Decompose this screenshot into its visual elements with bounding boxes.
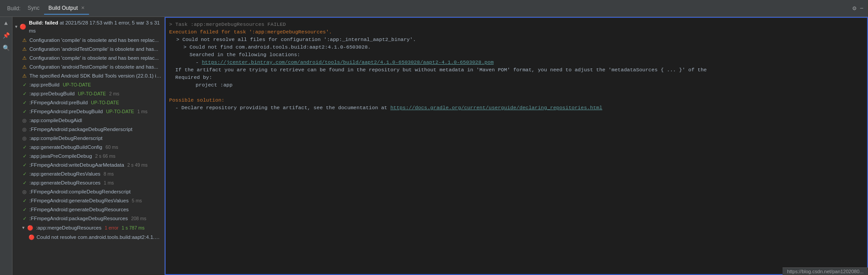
item-text: Configuration 'androidTestCompile' is ob… xyxy=(29,45,162,53)
item-text: :app:preBuild UP-TO-DATE xyxy=(29,81,162,89)
tab-sync[interactable]: Sync xyxy=(23,2,44,15)
list-item[interactable]: ✓ :FFmpegAndroid:generateDebugResources xyxy=(12,205,164,214)
item-text: :FFmpegAndroid:compileDebugRenderscript xyxy=(29,188,162,196)
list-item[interactable]: ✓ :app:preBuild UP-TO-DATE xyxy=(12,80,164,89)
output-line-possible: Possible solution: xyxy=(169,96,864,104)
status-url: https://blog.csdn.net/pan1202080... xyxy=(787,269,864,274)
sync-tab-label: Sync xyxy=(28,5,40,11)
item-text: :app:compileDebugRenderscript xyxy=(29,134,162,142)
item-text: :app:generateDebugBuildConfig 60 ms xyxy=(29,143,162,151)
tab-build-output[interactable]: Build Output ✕ xyxy=(44,2,89,15)
build-header-text: Build: failed at 2021/5/28 17:53 with 1 … xyxy=(29,19,162,35)
list-item[interactable]: 🔴 Could not resolve com.android.tools.bu… xyxy=(12,233,164,242)
list-item[interactable]: ◎ :FFmpegAndroid:compileDebugRenderscrip… xyxy=(12,187,164,196)
check-icon: ✓ xyxy=(21,153,28,159)
item-text: :FFmpegAndroid:preDebugBuild UP-TO-DATE … xyxy=(29,107,162,115)
list-item[interactable]: ⚠ The specified Android SDK Build Tools … xyxy=(12,71,164,80)
output-line: project :app xyxy=(169,81,864,89)
circle-icon: ◎ xyxy=(21,117,28,123)
list-item[interactable]: ✓ :FFmpegAndroid:preBuild UP-TO-DATE xyxy=(12,98,164,107)
warn-icon: ⚠ xyxy=(21,37,28,43)
check-icon: ✓ xyxy=(21,82,28,88)
gradle-docs-link[interactable]: https://docs.gradle.org/current/userguid… xyxy=(390,105,602,111)
item-text: Configuration 'androidTestCompile' is ob… xyxy=(29,63,162,71)
circle-icon: ◎ xyxy=(21,189,28,195)
item-text: :app:preDebugBuild UP-TO-DATE 2 ms xyxy=(29,90,162,98)
list-item[interactable]: ✓ :app:generateDebugResValues 8 ms xyxy=(12,169,164,178)
output-line: If the artifact you are trying to retrie… xyxy=(169,66,864,74)
item-text: :app:javaPreCompileDebug 2 s 66 ms xyxy=(29,152,162,160)
list-item[interactable]: ✓ :FFmpegAndroid:writeDebugAarMetadata 2… xyxy=(12,160,164,169)
circle-icon: ◎ xyxy=(21,126,28,132)
error-task-item[interactable]: ▼ 🔴 :app:mergeDebugResources 1 error 1 s… xyxy=(12,223,164,233)
output-line: Execution failed for task ':app:mergeDeb… xyxy=(169,28,864,36)
build-colon-label: Build: xyxy=(7,5,20,12)
list-item[interactable]: ✓ :FFmpegAndroid:preDebugBuild UP-TO-DAT… xyxy=(12,107,164,116)
list-item[interactable]: ⚠ Configuration 'androidTestCompile' is … xyxy=(12,62,164,71)
item-text: :app:generateDebugResources 1 ms xyxy=(29,179,162,187)
build-header[interactable]: ▼ 🔴 Build: failed at 2021/5/28 17:53 wit… xyxy=(12,18,164,36)
build-list[interactable]: ▼ 🔴 Build: failed at 2021/5/28 17:53 wit… xyxy=(12,17,164,275)
close-tab-icon[interactable]: ✕ xyxy=(81,5,85,10)
warn-icon: ⚠ xyxy=(21,55,28,61)
output-line: Required by: xyxy=(169,74,864,81)
search-icon[interactable]: 🔍 xyxy=(1,43,11,53)
output-line: > Task :app:mergeDebugResources FAILED xyxy=(169,21,864,28)
build-label: Build: xyxy=(4,5,23,12)
list-item[interactable]: ✓ :FFmpegAndroid:packageDebugResources 2… xyxy=(12,214,164,223)
error-task-text: :app:mergeDebugResources 1 error 1 s 787… xyxy=(36,224,145,232)
check-icon: ✓ xyxy=(21,180,28,186)
check-icon: ✓ xyxy=(21,144,28,150)
item-text: :app:generateDebugResValues 8 ms xyxy=(29,170,162,178)
item-text: :app:compileDebugAidl xyxy=(29,116,162,124)
warn-icon: ⚠ xyxy=(21,46,28,52)
check-icon: ✓ xyxy=(21,215,28,222)
list-item[interactable]: ◎ :app:compileDebugAidl xyxy=(12,116,164,125)
tab-strip: Build: Sync Build Output ✕ xyxy=(4,2,89,15)
check-icon: ✓ xyxy=(21,197,28,204)
expand-icon: ▼ xyxy=(14,23,18,31)
check-icon: ✓ xyxy=(21,162,28,168)
item-text: :FFmpegAndroid:generateDebugResValues 5 … xyxy=(29,197,162,205)
item-text: Could not resolve com.android.tools.buil… xyxy=(37,233,162,241)
main-area: ▲ 📌 🔍 ▼ 🔴 Build: failed at 2021/5/28 17:… xyxy=(0,17,868,275)
output-line: > Could not resolve all files for config… xyxy=(169,36,864,43)
pin-icon[interactable]: 📌 xyxy=(1,31,11,41)
check-icon: ✓ xyxy=(21,108,28,115)
item-text: :FFmpegAndroid:packageDebugResources 208… xyxy=(29,214,162,222)
list-item[interactable]: ⚠ Configuration 'compile' is obsolete an… xyxy=(12,36,164,45)
list-item[interactable]: ✓ :app:generateDebugResources 1 ms xyxy=(12,178,164,187)
expand-icon: ▼ xyxy=(21,224,25,232)
item-text: :FFmpegAndroid:packageDebugRenderscript xyxy=(29,125,162,133)
gear-icon[interactable]: ⚙ xyxy=(852,4,856,12)
list-item[interactable]: ✓ :app:preDebugBuild UP-TO-DATE 2 ms xyxy=(12,89,164,98)
error-icon: 🔴 xyxy=(27,225,33,231)
output-line: > Could not find com.android.tools.build… xyxy=(169,43,864,51)
up-icon[interactable]: ▲ xyxy=(3,19,9,28)
check-icon: ✓ xyxy=(21,90,28,97)
list-item[interactable]: ⚠ Configuration 'compile' is obsolete an… xyxy=(12,53,164,62)
left-panel: ▲ 📌 🔍 ▼ 🔴 Build: failed at 2021/5/28 17:… xyxy=(0,17,165,275)
list-item[interactable]: ⚠ Configuration 'androidTestCompile' is … xyxy=(12,45,164,53)
output-line xyxy=(169,89,864,96)
list-item[interactable]: ◎ :FFmpegAndroid:packageDebugRenderscrip… xyxy=(12,125,164,134)
output-line-link[interactable]: - https://jcenter.bintray.com/com/androi… xyxy=(169,58,864,66)
check-icon: ✓ xyxy=(21,171,28,177)
right-panel[interactable]: > Task :app:mergeDebugResources FAILED E… xyxy=(165,17,868,275)
warn-icon: ⚠ xyxy=(21,73,28,79)
item-text: Configuration 'compile' is obsolete and … xyxy=(29,54,162,62)
list-item[interactable]: ◎ :app:compileDebugRenderscript xyxy=(12,134,164,143)
list-item[interactable]: ✓ :app:javaPreCompileDebug 2 s 66 ms xyxy=(12,152,164,160)
side-icons: ▲ 📌 🔍 xyxy=(0,17,12,275)
check-icon: ✓ xyxy=(21,99,28,106)
bintray-link[interactable]: https://jcenter.bintray.com/com/android/… xyxy=(202,59,494,65)
minimize-icon[interactable]: − xyxy=(860,5,864,12)
warn-icon: ⚠ xyxy=(21,64,28,70)
top-bar: Build: Sync Build Output ✕ ⚙ − xyxy=(0,0,868,17)
list-item[interactable]: ✓ :FFmpegAndroid:generateDebugResValues … xyxy=(12,196,164,205)
build-output-tab-label: Build Output xyxy=(49,5,78,11)
error-icon: 🔴 xyxy=(28,234,35,240)
list-item[interactable]: ✓ :app:generateDebugBuildConfig 60 ms xyxy=(12,143,164,152)
check-icon: ✓ xyxy=(21,206,28,213)
output-line: Searched in the following locations: xyxy=(169,51,864,58)
